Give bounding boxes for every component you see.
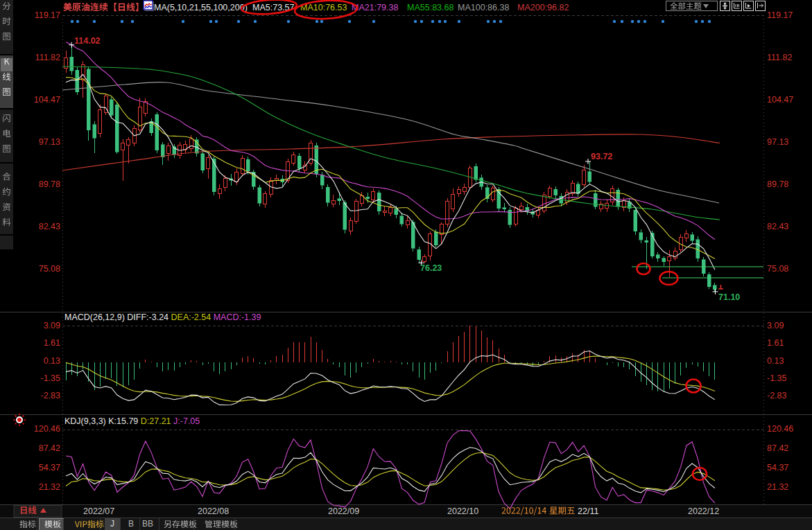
svg-text:-1.35: -1.35 xyxy=(41,373,61,383)
svg-text:75.08: 75.08 xyxy=(767,264,788,274)
svg-text:21.32: 21.32 xyxy=(39,482,60,492)
svg-text:120.46: 120.46 xyxy=(34,424,60,434)
svg-text:-2.83: -2.83 xyxy=(41,391,61,400)
svg-text:104.47: 104.47 xyxy=(34,95,60,105)
svg-text:75.08: 75.08 xyxy=(39,264,60,274)
svg-text:87.42: 87.42 xyxy=(39,443,60,453)
svg-text:54.37: 54.37 xyxy=(767,463,788,472)
svg-text:21.32: 21.32 xyxy=(767,482,788,492)
svg-text:119.17: 119.17 xyxy=(767,10,793,20)
svg-text:-2.83: -2.83 xyxy=(767,391,787,400)
svg-text:119.17: 119.17 xyxy=(35,10,60,20)
svg-text:KDJ(9,3,3) K:15.79 D:27.21 J:: KDJ(9,3,3) K:15.79 D:27.21 J:-7.05 xyxy=(64,416,200,426)
svg-text:120.46: 120.46 xyxy=(767,424,793,434)
svg-text:114.02: 114.02 xyxy=(74,36,101,46)
svg-text:97.13: 97.13 xyxy=(767,137,788,147)
svg-text:82.43: 82.43 xyxy=(767,222,788,231)
svg-text:87.42: 87.42 xyxy=(767,443,788,453)
svg-text:82.43: 82.43 xyxy=(39,222,60,231)
svg-text:3.09: 3.09 xyxy=(44,321,60,330)
svg-text:0.13: 0.13 xyxy=(44,356,60,366)
svg-text:76.23: 76.23 xyxy=(420,263,442,273)
svg-text:-1.35: -1.35 xyxy=(767,373,787,383)
svg-text:89.78: 89.78 xyxy=(767,179,788,189)
svg-text:54.37: 54.37 xyxy=(39,463,60,472)
svg-text:3.09: 3.09 xyxy=(767,321,784,330)
svg-text:1.61: 1.61 xyxy=(767,338,784,348)
svg-text:111.82: 111.82 xyxy=(35,53,60,62)
svg-text:104.47: 104.47 xyxy=(767,95,793,105)
svg-text:MACD(26,12,9) DIFF:-3.24 DEA:-: MACD(26,12,9) DIFF:-3.24 DEA:-2.54 MACD:… xyxy=(64,312,261,322)
svg-text:97.13: 97.13 xyxy=(39,137,60,147)
svg-text:111.82: 111.82 xyxy=(767,53,792,62)
svg-text:71.10: 71.10 xyxy=(718,292,740,302)
svg-text:0.13: 0.13 xyxy=(767,356,784,366)
svg-text:93.72: 93.72 xyxy=(591,152,612,161)
svg-text:89.78: 89.78 xyxy=(39,179,60,189)
svg-text:1.61: 1.61 xyxy=(44,338,60,348)
